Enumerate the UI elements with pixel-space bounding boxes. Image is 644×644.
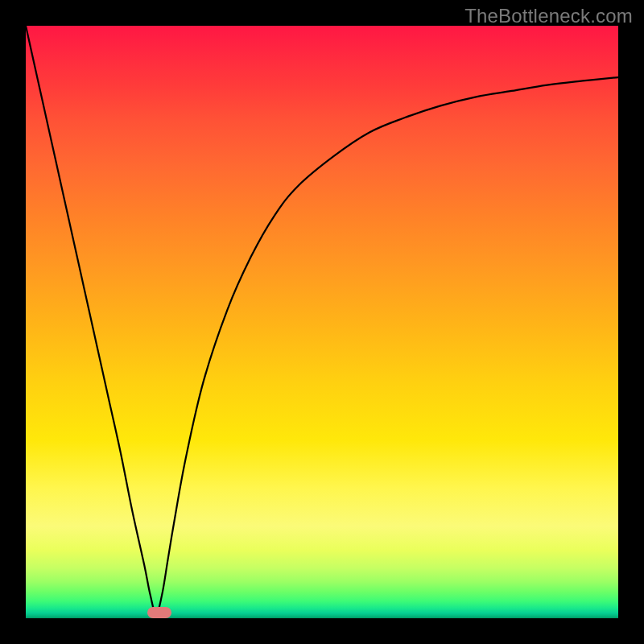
plot-area [26,26,618,618]
chart-frame: TheBottleneck.com [0,0,644,644]
curve-svg [26,26,618,618]
watermark-text: TheBottleneck.com [464,5,633,27]
bottleneck-curve [26,26,618,614]
optimal-marker [147,607,171,618]
